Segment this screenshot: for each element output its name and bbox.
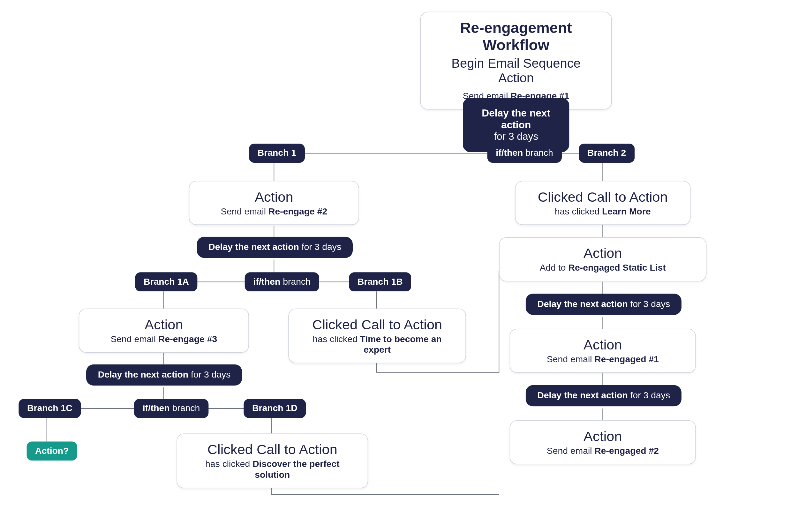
b2-delay1: Delay the next action for 3 days	[526, 293, 682, 315]
ifthen-b1: if/then branch	[245, 272, 319, 291]
b1a-delay: Delay the next action for 3 days	[86, 364, 242, 386]
ifthen-top: if/then branch	[488, 144, 562, 163]
branch-1d-label: Branch 1D	[244, 399, 306, 418]
b1-action-node: Action Send email Re-engage #2	[189, 181, 359, 225]
b2-cta-node: Clicked Call to Action has clicked Learn…	[515, 181, 690, 225]
b1a-action-node: Action Send email Re-engage #3	[79, 309, 249, 353]
workflow-canvas: Re-engagement Workflow Begin Email Seque…	[0, 0, 798, 532]
b1d-cta-node: Clicked Call to Action has clicked Disco…	[176, 433, 368, 488]
branch-1a-label: Branch 1A	[135, 272, 197, 291]
b1c-action-placeholder: Action?	[26, 441, 77, 460]
b1-delay: Delay the next action for 3 days	[197, 237, 353, 258]
start-node: Re-engagement Workflow Begin Email Seque…	[420, 12, 612, 110]
branch-1c-label: Branch 1C	[19, 399, 81, 418]
b2-action3-node: Action Send email Re-engaged #2	[510, 420, 696, 464]
ifthen-b1a: if/then branch	[134, 399, 208, 418]
b1b-cta-node: Clicked Call to Action has clicked Time …	[288, 309, 466, 363]
branch-2-label: Branch 2	[579, 144, 634, 163]
b2-action1-node: Action Add to Re-engaged Static List	[499, 237, 706, 281]
start-title: Re-engagement Workflow	[436, 20, 596, 54]
start-subtitle: Begin Email Sequence Action	[436, 56, 596, 86]
b2-action2-node: Action Send email Re-engaged #1	[510, 329, 696, 373]
branch-1-label: Branch 1	[249, 144, 305, 163]
branch-1b-label: Branch 1B	[349, 272, 411, 291]
b2-delay2: Delay the next action for 3 days	[526, 385, 682, 406]
